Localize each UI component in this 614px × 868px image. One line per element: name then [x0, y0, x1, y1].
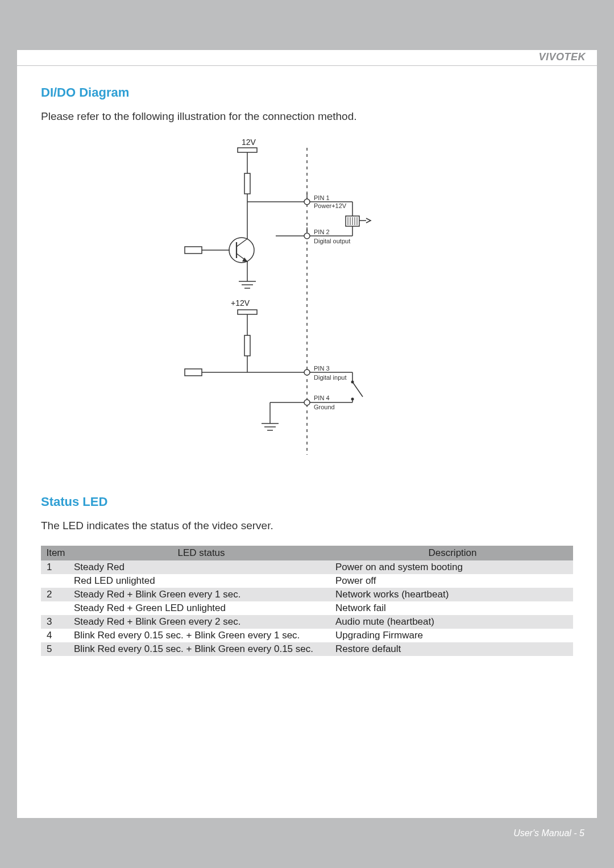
svg-point-22 [229, 238, 254, 263]
voltage-12v-label: 12V [242, 138, 256, 147]
status-led-section: Status LED The LED indicates the status … [41, 495, 573, 656]
table-cell-status: Blink Red every 0.15 sec. + Blink Green … [70, 629, 332, 642]
pin3-label: PIN 3 [314, 365, 330, 372]
table-row: 1Steady RedPower on and system booting [41, 560, 573, 574]
table-cell-status: Steady Red + Green LED unlighted [70, 601, 332, 615]
table-row: Red LED unlightedPower off [41, 574, 573, 588]
svg-point-6 [304, 199, 310, 205]
table-header-desc: Description [332, 546, 573, 560]
table-row: 5Blink Red every 0.15 sec. + Blink Green… [41, 642, 573, 656]
table-cell-desc: Network works (heartbeat) [332, 588, 573, 601]
dido-diagram-heading: DI/DO Diagram [41, 85, 573, 100]
table-row: 4Blink Red every 0.15 sec. + Blink Green… [41, 629, 573, 642]
table-cell-item: 4 [41, 629, 70, 642]
svg-rect-3 [244, 173, 250, 194]
table-row: 3Steady Red + Blink Green every 2 sec.Au… [41, 615, 573, 629]
pin1-desc: Power+12V [314, 202, 347, 209]
diagram-svg: 12V PIN 1 Power+12V [148, 136, 466, 455]
pin4-desc: Ground [314, 404, 335, 410]
table-cell-desc: Power on and system booting [332, 560, 573, 574]
table-cell-status: Steady Red + Blink Green every 1 sec. [70, 588, 332, 601]
pin1-label: PIN 1 [314, 194, 330, 201]
svg-point-48 [304, 400, 310, 405]
table-cell-item: 3 [41, 615, 70, 629]
content-area: DI/DO Diagram Please refer to the follow… [17, 66, 597, 656]
svg-rect-50 [185, 369, 202, 376]
table-cell-status: Steady Red + Blink Green every 2 sec. [70, 615, 332, 629]
table-cell-status: Blink Red every 0.15 sec. + Blink Green … [70, 642, 332, 656]
table-cell-item: 1 [41, 560, 70, 574]
pin4-label: PIN 4 [314, 394, 330, 401]
table-header-status: LED status [70, 546, 332, 560]
svg-rect-35 [238, 310, 257, 314]
page: VIVOTEK DI/DO Diagram Please refer to th… [17, 17, 597, 851]
table-cell-item [41, 601, 70, 615]
svg-line-24 [237, 239, 247, 247]
table-cell-status: Steady Red [70, 560, 332, 574]
svg-point-40 [304, 369, 310, 375]
svg-point-19 [304, 233, 310, 239]
status-led-heading: Status LED [41, 495, 573, 509]
svg-point-45 [351, 398, 354, 401]
header-band: VIVOTEK [17, 50, 597, 66]
table-row: 2Steady Red + Blink Green every 1 sec.Ne… [41, 588, 573, 601]
voltage-plus12v-label: +12V [231, 298, 250, 308]
table-cell-desc: Restore default [332, 642, 573, 656]
table-row: Steady Red + Green LED unlightedNetwork … [41, 601, 573, 615]
status-led-table: Item LED status Description 1Steady RedP… [41, 546, 573, 656]
svg-rect-28 [185, 247, 202, 254]
dido-diagram: 12V PIN 1 Power+12V [148, 136, 466, 455]
svg-rect-1 [238, 148, 257, 152]
table-cell-item [41, 574, 70, 588]
table-cell-desc: Upgrading Firmware [332, 629, 573, 642]
transistor-icon [229, 238, 254, 263]
table-cell-item: 5 [41, 642, 70, 656]
table-cell-status: Red LED unlighted [70, 574, 332, 588]
pin3-desc: Digital input [314, 374, 346, 381]
table-cell-desc: Network fail [332, 601, 573, 615]
brand-label: VIVOTEK [538, 51, 586, 63]
pin2-desc: Digital output [314, 238, 350, 244]
footer-text: User's Manual - 5 [513, 828, 584, 838]
table-cell-desc: Power off [332, 574, 573, 588]
top-grey-band [17, 17, 597, 50]
relay-icon [346, 216, 371, 226]
svg-line-44 [352, 382, 363, 397]
dido-intro-text: Please refer to the following illustrati… [41, 110, 573, 123]
table-header-item: Item [41, 546, 70, 560]
table-cell-desc: Audio mute (heartbeat) [332, 615, 573, 629]
table-cell-item: 2 [41, 588, 70, 601]
pin2-label: PIN 2 [314, 229, 330, 235]
status-led-intro: The LED indicates the status of the vide… [41, 520, 573, 532]
svg-rect-37 [244, 335, 250, 356]
footer: User's Manual - 5 [17, 818, 597, 851]
